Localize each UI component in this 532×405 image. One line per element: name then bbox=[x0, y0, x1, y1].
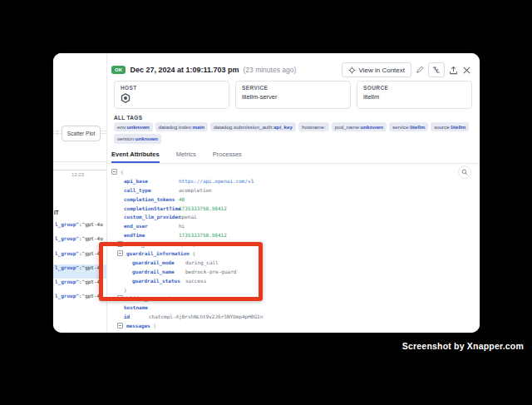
attribute-value: 1735333750.50412 bbox=[179, 205, 227, 211]
axis-tick-label: 13:23 bbox=[71, 172, 84, 177]
tab-event-attributes[interactable]: Event Attributes bbox=[111, 146, 160, 163]
collapse-icon[interactable] bbox=[111, 169, 117, 175]
info-box-value: litellm-server bbox=[242, 93, 344, 101]
attribute-key: call_type bbox=[124, 187, 179, 193]
chart-axis-line bbox=[53, 170, 106, 170]
log-row-key: l_group" bbox=[55, 293, 79, 299]
collapse-icon[interactable] bbox=[117, 323, 123, 328]
info-box-service[interactable]: SERVICElitellm-server bbox=[235, 81, 351, 109]
log-row-key: l_group" bbox=[55, 250, 79, 256]
attribute-row-messages[interactable]: messages [ bbox=[107, 321, 480, 330]
tag-pill[interactable]: env:unknown bbox=[114, 122, 153, 131]
tag-pill[interactable]: datadog.submission_auth:api_key bbox=[210, 122, 296, 131]
attribute-row-hostname[interactable]: hostname bbox=[107, 303, 480, 312]
attribute-value: openai bbox=[179, 214, 197, 220]
view-in-context-label: View in Context bbox=[359, 67, 405, 74]
tag-key: service: bbox=[392, 124, 410, 130]
waterfall-icon[interactable] bbox=[428, 62, 445, 77]
attribute-key: id bbox=[124, 314, 149, 319]
highlight-rectangle bbox=[99, 242, 263, 301]
attribute-key: end_user bbox=[124, 223, 179, 229]
attribute-key: completion_tokens bbox=[124, 196, 179, 202]
attribute-value: 1735333750.50412 bbox=[179, 232, 227, 238]
tag-value: api_key bbox=[273, 124, 293, 130]
attribute-value: acompletion bbox=[179, 187, 212, 193]
scope-icon bbox=[348, 67, 356, 74]
info-box-source[interactable]: SOURCElitellm bbox=[357, 81, 472, 109]
tab-processes[interactable]: Processes bbox=[213, 146, 242, 161]
tag-value: litellm bbox=[410, 124, 425, 130]
pencil-icon[interactable] bbox=[416, 66, 424, 74]
log-row-value: :"gpt-4o bbox=[79, 235, 103, 241]
tab-metrics[interactable]: Metrics bbox=[176, 146, 196, 161]
log-row-key: l_group" bbox=[55, 264, 79, 270]
log-row-key: l_group" bbox=[55, 279, 79, 284]
view-in-context-button[interactable]: View in Context bbox=[342, 62, 411, 77]
relative-time: (23 minutes ago) bbox=[244, 66, 297, 74]
attribute-row-end_user[interactable]: end_userhi bbox=[107, 221, 480, 230]
tag-key: datadog.submission_auth: bbox=[214, 124, 273, 130]
attribute-row-completionStartTime[interactable]: completionStartTime1735333750.50412 bbox=[107, 204, 480, 213]
attribute-row-completion_tokens[interactable]: completion_tokens40 bbox=[107, 195, 480, 204]
tag-pill[interactable]: source:litellm bbox=[431, 122, 469, 131]
tag-key: hostname: bbox=[302, 124, 326, 130]
info-boxes: HOSTSERVICElitellm-serverSOURCElitellm bbox=[114, 81, 472, 109]
info-box-label: HOST bbox=[121, 85, 223, 91]
tag-pill[interactable]: pod_name:unknown bbox=[332, 122, 387, 131]
tag-key: env: bbox=[117, 124, 127, 130]
event-timestamp: Dec 27, 2024 at 1:09:11.703 pm bbox=[130, 66, 239, 74]
attribute-row[interactable]: { bbox=[107, 167, 480, 176]
info-box-label: SOURCE bbox=[363, 85, 466, 91]
tag-value: unknown bbox=[127, 124, 150, 130]
tab-bar: Event AttributesMetricsProcesses bbox=[107, 146, 480, 164]
tag-key: source: bbox=[434, 124, 451, 130]
tag-pill[interactable]: hostname: bbox=[298, 122, 329, 131]
tag-pill[interactable]: datadog.index:main bbox=[155, 122, 208, 131]
tag-key: datadog.index: bbox=[159, 124, 193, 130]
tag-value: main bbox=[192, 124, 204, 130]
attribute-row-endTime[interactable]: endTime1735333750.50412 bbox=[107, 230, 480, 240]
tag-key: version: bbox=[117, 136, 135, 141]
attribute-key: messages bbox=[126, 323, 150, 328]
attribute-row-custom_llm_provider[interactable]: custom_llm_provideropenai bbox=[107, 212, 480, 221]
info-box-host[interactable]: HOST bbox=[114, 81, 229, 109]
app-window: : Scatter Plot 13:23 IT l_group":"gpt-4o… bbox=[53, 53, 480, 333]
tag-pill[interactable]: service:litellm bbox=[389, 122, 428, 131]
list-header: IT bbox=[54, 210, 59, 215]
desktop-background: : Scatter Plot 13:23 IT l_group":"gpt-4o… bbox=[0, 0, 532, 405]
info-box-label: SERVICE bbox=[242, 85, 344, 91]
tag-value: unknown bbox=[361, 124, 383, 130]
attribute-value: hi bbox=[179, 223, 185, 229]
log-row[interactable]: l_group":"gpt-4o bbox=[53, 221, 106, 235]
tag-list: env:unknowndatadog.index:maindatadog.sub… bbox=[114, 122, 473, 144]
tag-value: unknown bbox=[135, 136, 158, 141]
attribute-row-api_base[interactable]: api_basehttps://api.openai.com/v1 bbox=[107, 176, 480, 185]
close-icon[interactable] bbox=[462, 66, 471, 75]
tag-key: pod_name: bbox=[335, 124, 361, 130]
log-row-key: l_group" bbox=[55, 221, 79, 227]
attribute-key: completionStartTime bbox=[124, 205, 179, 211]
attribute-value: chatcmpl-AjBrxhNLht9v2J6rSNYDmp4pH0G1n bbox=[149, 314, 263, 319]
brace: [ bbox=[150, 323, 156, 328]
status-badge: OK bbox=[111, 66, 126, 74]
attribute-key: api_base bbox=[124, 178, 179, 184]
attribute-row-call_type[interactable]: call_typeacompletion bbox=[107, 185, 480, 195]
truncated-label: : bbox=[57, 130, 58, 136]
log-row-key: l_group" bbox=[55, 235, 79, 241]
event-header: OK Dec 27, 2024 at 1:09:11.703 pm (23 mi… bbox=[111, 62, 471, 77]
brace: { bbox=[121, 169, 124, 175]
watermark: Screenshot by Xnapper.com bbox=[402, 341, 524, 351]
all-tags-label: ALL TAGS bbox=[114, 115, 142, 121]
attribute-key: endTime bbox=[124, 232, 179, 238]
host-hexagon-icon bbox=[121, 93, 223, 103]
attribute-value: 40 bbox=[179, 196, 185, 202]
tag-pill[interactable]: version:unknown bbox=[114, 134, 161, 143]
attribute-row-id[interactable]: idchatcmpl-AjBrxhNLht9v2J6rSNYDmp4pH0G1n bbox=[107, 312, 480, 321]
scatter-plot-button[interactable]: Scatter Plot bbox=[62, 126, 101, 141]
info-box-value: litellm bbox=[363, 93, 466, 101]
tag-value: litellm bbox=[451, 124, 466, 130]
log-row-value: :"gpt-4o bbox=[79, 221, 103, 227]
attribute-key: custom_llm_provider bbox=[124, 214, 179, 220]
export-icon[interactable] bbox=[449, 66, 458, 75]
attribute-key: hostname bbox=[124, 304, 149, 310]
